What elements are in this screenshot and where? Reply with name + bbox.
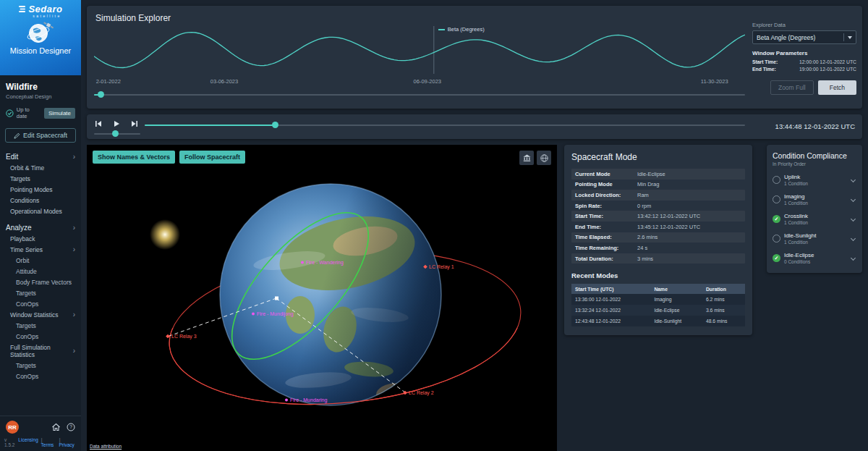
nav-item-targets[interactable]: Targets (0, 360, 81, 371)
field-value: Ram (637, 192, 649, 198)
compliance-condition-count: 0 Conditions (784, 259, 848, 264)
help-button[interactable]: ? (67, 423, 75, 431)
fire-marker-fire-mundijong[interactable]: Fire - Mundijong (252, 311, 294, 316)
nav-item-conops[interactable]: ConOps (0, 298, 81, 309)
marker-label: Fire - Wandering (306, 260, 344, 265)
nav-item-targets[interactable]: Targets (0, 320, 81, 331)
nav-item-conops[interactable]: ConOps (0, 331, 81, 342)
brand-subtitle: satellite (33, 14, 61, 18)
x-tick-label: 06-09-2023 (414, 78, 441, 85)
nav-item-orbit-time[interactable]: Orbit & Time (0, 162, 81, 173)
viewport-tools (519, 151, 551, 165)
chevron-right-icon (73, 153, 75, 161)
simulation-status-row: Up to date Simulate (0, 102, 81, 121)
show-names-vectors-button[interactable]: Show Names & Vectors (93, 151, 175, 164)
explorer-time-slider[interactable] (94, 91, 745, 98)
nav-item-orbit[interactable]: Orbit (0, 255, 81, 266)
table-cell: 13:36:00 12-01-2022 (571, 294, 650, 305)
footer-link-licensing[interactable]: Licensing (18, 437, 38, 447)
slider-handle[interactable] (112, 130, 119, 137)
explorer-data-select[interactable]: Beta Angle (Degrees) (752, 30, 856, 44)
nav-item-playback[interactable]: Playback (0, 233, 81, 244)
zoom-full-button[interactable]: Zoom Full (770, 80, 814, 95)
footer-link-terms[interactable]: Terms (40, 437, 56, 447)
table-cell: 48.6 mins (702, 316, 745, 326)
nav-label: Targets (16, 322, 36, 329)
relay-marker-lc-relay-1[interactable]: LC Relay 1 (424, 264, 454, 269)
nav-item-attitude[interactable]: Attitude (0, 266, 81, 277)
chevron-down-icon (851, 216, 856, 222)
column-header-start-time-utc: Start Time (UTC) (571, 284, 650, 294)
earth-landmasses (220, 184, 441, 406)
nav-label: Analyze (6, 224, 32, 232)
follow-spacecraft-button[interactable]: Follow Spacecraft (179, 151, 245, 164)
check-circle-icon: ✓ (773, 215, 780, 223)
compliance-condition-count: 1 Condition (784, 240, 848, 245)
recent-modes-header-row: Start Time (UTC)NameDuration (571, 284, 745, 294)
marker-label: LC Relay 3 (171, 334, 197, 339)
current-sim-time: 13:44:48 12-01-2022 UTC (775, 122, 855, 130)
window-parameters-title: Window Parameters (752, 50, 856, 56)
nav-item-full-simulation-statistics[interactable]: Full Simulation Statistics (0, 342, 81, 360)
compliance-condition-count: 1 Condition (784, 220, 848, 225)
play-button[interactable] (112, 119, 122, 128)
slider-handle[interactable] (272, 122, 278, 128)
edit-spacecraft-button[interactable]: Edit Spacecraft (5, 128, 76, 143)
nav-section-edit[interactable]: Edit (0, 151, 81, 162)
edit-spacecraft-label: Edit Spacecraft (23, 132, 67, 139)
playback-speed-slider[interactable] (94, 130, 140, 137)
x-tick-label: 2-01-2022 (96, 78, 121, 85)
beta-chart-svg[interactable] (94, 26, 745, 74)
nav-section-analyze[interactable]: Analyze (0, 222, 81, 233)
field-row-locked-direction: Locked Direction:Ram (571, 190, 745, 201)
relay-marker-lc-relay-3[interactable]: LC Relay 3 (166, 334, 197, 339)
footer-link-privacy[interactable]: Privacy (58, 437, 77, 447)
skip-to-end-button[interactable] (130, 119, 140, 128)
beta-angle-chart[interactable]: Beta (Degrees) (94, 26, 745, 74)
compliance-item-crosslink[interactable]: ✓Crosslink1 Condition (773, 213, 856, 225)
bank-icon (522, 153, 532, 163)
fire-marker-fire-mundaring[interactable]: Fire - Mundaring (285, 397, 327, 402)
check-circle-icon: ✓ (773, 254, 780, 262)
orbit-3d-viewport[interactable]: Show Names & Vectors Follow Spacecraft L… (87, 145, 557, 451)
sun-glow (143, 213, 187, 256)
nav-item-targets[interactable]: Targets (0, 287, 81, 298)
nav-item-body-frame-vectors[interactable]: Body Frame Vectors (0, 277, 81, 287)
relay-marker-lc-relay-2[interactable]: LC Relay 2 (404, 390, 434, 395)
home-button[interactable] (51, 423, 61, 431)
avatar[interactable]: RR (6, 421, 19, 434)
compliance-item-idle-sunlight[interactable]: Idle-Sunlight1 Condition (773, 232, 856, 245)
globe-view-toggle-button[interactable] (537, 151, 551, 165)
nav-item-time-series[interactable]: Time Series (0, 244, 81, 255)
ground-stations-toggle-button[interactable] (519, 151, 534, 165)
compliance-item-uplink[interactable]: Uplink1 Condition (773, 174, 856, 186)
compliance-name: Uplink (784, 174, 848, 180)
nav-item-targets[interactable]: Targets (0, 173, 81, 184)
empty-circle-icon (773, 235, 780, 243)
nav-item-pointing-modes[interactable]: Pointing Modes (0, 184, 81, 195)
skip-end-icon (130, 119, 139, 128)
nav-item-window-statistics[interactable]: Window Statistics (0, 309, 81, 320)
fetch-button[interactable]: Fetch (818, 80, 856, 95)
data-attribution-link[interactable]: Data attribution (90, 444, 122, 449)
simulate-button[interactable]: Simulate (44, 108, 75, 119)
earth-scene[interactable] (87, 145, 557, 451)
explorer-data-column: Explorer Data Beta Angle (Degrees) Windo… (752, 22, 856, 95)
slider-track[interactable] (94, 94, 745, 96)
field-value: 3 mins (637, 256, 653, 262)
skip-to-start-button[interactable] (94, 119, 104, 128)
slider-handle[interactable] (98, 91, 104, 98)
up-to-date-check-icon (6, 109, 14, 117)
nav-item-conditions[interactable]: Conditions (0, 195, 81, 206)
fire-marker-fire-wandering[interactable]: Fire - Wandering (301, 260, 344, 265)
table-row: 12:43:48 12-01-2022Idle-Sunlight48.6 min… (571, 316, 745, 326)
compliance-item-idle-eclipse[interactable]: ✓Idle-Eclipse0 Conditions (773, 252, 856, 264)
nav-item-operational-modes[interactable]: Operational Modes (0, 206, 81, 216)
playback-progress-slider[interactable] (145, 122, 745, 128)
nav-item-conops[interactable]: ConOps (0, 371, 81, 382)
field-row-time-remaining: Time Remaining:24 s (571, 243, 745, 253)
nav-label: Full Simulation Statistics (10, 344, 73, 358)
compliance-item-imaging[interactable]: Imaging1 Condition (773, 193, 856, 206)
spacecraft-marker[interactable] (275, 297, 278, 300)
play-icon (112, 119, 121, 128)
